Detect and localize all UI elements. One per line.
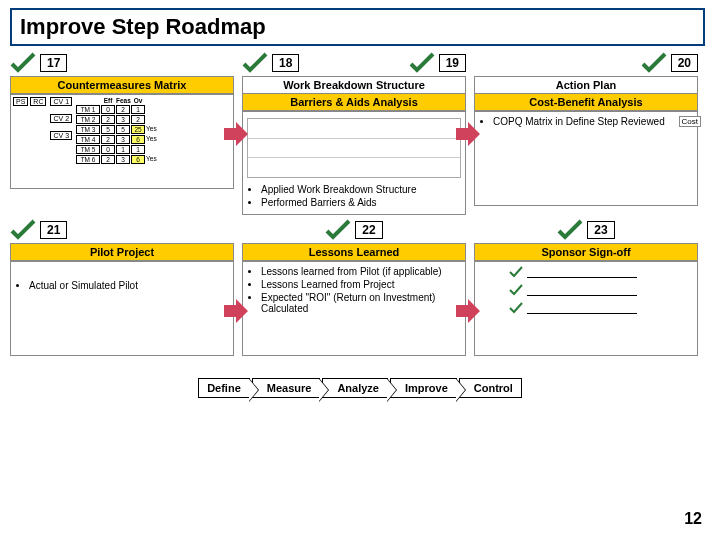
card-title-back: Work Breakdown Structure	[242, 76, 466, 94]
bullet: Performed Barriers & Aids	[261, 197, 461, 208]
step-18-19: 18 19 Work Breakdown Structure Barriers …	[238, 50, 470, 217]
card-title: Pilot Project	[10, 243, 234, 261]
card-body: Cost COPQ Matrix in Define Step Reviewed	[474, 111, 698, 206]
step-number: 18	[272, 54, 299, 72]
card-body	[474, 261, 698, 356]
step-number: 19	[439, 54, 466, 72]
step-22: 22 Lessons Learned Lessons learned from …	[238, 217, 470, 358]
side-label: Cost	[679, 116, 701, 127]
card-title: Sponsor Sign-off	[474, 243, 698, 261]
step-23: 23 Sponsor Sign-off	[470, 217, 702, 358]
dmaic-flow: Define Measure Analyze Improve Control	[0, 378, 720, 398]
matrix-rc: RC	[30, 97, 46, 106]
blank-table-icon	[247, 118, 461, 178]
card-title: Lessons Learned	[242, 243, 466, 261]
card-body: Applied Work Breakdown Structure Perform…	[242, 111, 466, 215]
card-title: Cost-Benefit Analysis	[474, 93, 698, 111]
cv3: CV 3	[50, 131, 72, 140]
signature-line	[527, 286, 637, 296]
flow-analyze: Analyze	[322, 378, 388, 398]
flow-control: Control	[459, 378, 522, 398]
bullet: Applied Work Breakdown Structure	[261, 184, 461, 195]
step-17: 17 Countermeasures Matrix PS RC CV 1 CV …	[6, 50, 238, 217]
card-body: Actual or Simulated Pilot	[10, 261, 234, 356]
countermeasures-matrix: PS RC CV 1 CV 2 CV 3 EffFeasOvTM 1021TM …	[10, 94, 234, 189]
step-21: 21 Pilot Project Actual or Simulated Pil…	[6, 217, 238, 358]
check-icon	[325, 219, 351, 241]
arrow-right-icon	[222, 120, 250, 148]
matrix-ps: PS	[13, 97, 28, 106]
arrow-right-icon	[454, 297, 482, 325]
check-icon	[509, 302, 523, 316]
flow-define: Define	[198, 378, 250, 398]
roadmap-grid: 17 Countermeasures Matrix PS RC CV 1 CV …	[0, 50, 720, 358]
card-title: Barriers & Aids Analysis	[242, 93, 466, 111]
check-icon	[509, 266, 523, 280]
arrow-right-icon	[222, 297, 250, 325]
bullet: COPQ Matrix in Define Step Reviewed	[493, 116, 693, 127]
flow-measure: Measure	[252, 378, 321, 398]
page-number: 12	[684, 510, 702, 528]
card-title-back: Action Plan	[474, 76, 698, 94]
cv1: CV 1	[50, 97, 72, 106]
step-number: 17	[40, 54, 67, 72]
bullet: Expected "ROI" (Return on Investment) Ca…	[261, 292, 461, 314]
step-number: 22	[355, 221, 382, 239]
page-title-box: Improve Step Roadmap	[10, 8, 705, 46]
signoff-lines	[509, 266, 693, 316]
step-number: 23	[587, 221, 614, 239]
cv2: CV 2	[50, 114, 72, 123]
arrow-right-icon	[454, 120, 482, 148]
check-icon	[242, 52, 268, 74]
check-icon	[509, 284, 523, 298]
step-20: 20 Action Plan Cost-Benefit Analysis Cos…	[470, 50, 702, 217]
card-title: Countermeasures Matrix	[10, 76, 234, 94]
matrix-table: EffFeasOvTM 1021TM 2232TM 35525YesTM 423…	[76, 97, 168, 164]
page-title: Improve Step Roadmap	[20, 14, 695, 40]
check-icon	[641, 52, 667, 74]
check-icon	[10, 219, 36, 241]
check-icon	[557, 219, 583, 241]
signature-line	[527, 304, 637, 314]
card-body: Lessons learned from Pilot (if applicabl…	[242, 261, 466, 356]
flow-improve: Improve	[390, 378, 457, 398]
check-icon	[10, 52, 36, 74]
bullet: Lessons learned from Pilot (if applicabl…	[261, 266, 461, 277]
step-number: 20	[671, 54, 698, 72]
bullet: Actual or Simulated Pilot	[29, 280, 229, 291]
signature-line	[527, 268, 637, 278]
check-icon	[409, 52, 435, 74]
bullet: Lessons Learned from Project	[261, 279, 461, 290]
step-number: 21	[40, 221, 67, 239]
